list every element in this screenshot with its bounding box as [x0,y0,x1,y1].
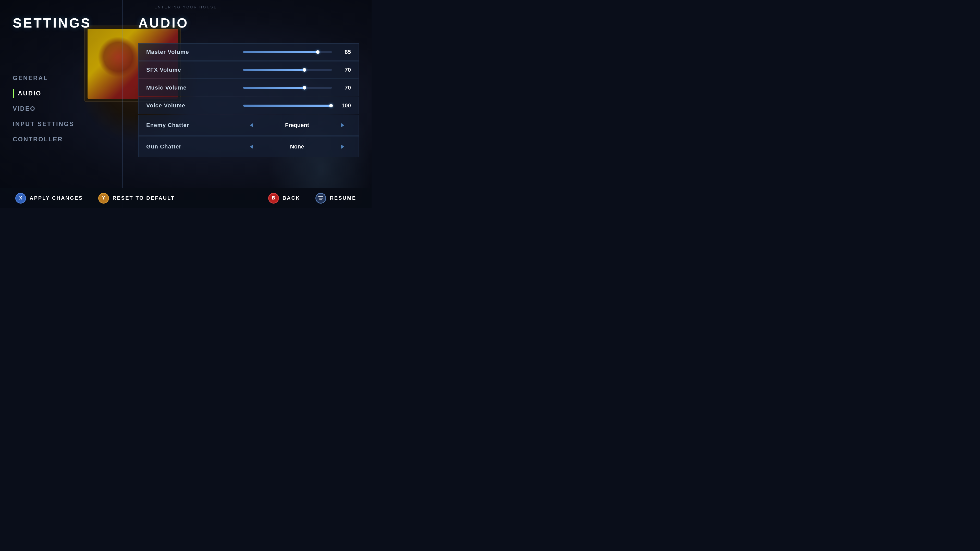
arrow-left-enemy-chatter[interactable] [246,120,257,131]
settings-title: SETTINGS [13,15,110,30]
sidebar: SETTINGS GENERAL AUDIO VIDEO INPUT SETTI… [0,0,123,208]
slider-track-sfx-volume[interactable] [243,69,332,71]
setting-label-master-volume: Master Volume [146,49,243,56]
y-button-icon: Y [98,193,109,203]
arrow-right-gun-chatter[interactable] [337,141,348,152]
setting-row-voice-volume: Voice Volume 100 [138,97,359,114]
nav-menu: GENERAL AUDIO VIDEO INPUT SETTINGS CONTR… [13,71,110,146]
setting-label-gun-chatter: Gun Chatter [146,143,243,150]
menu-line-3 [319,200,322,200]
setting-row-gun-chatter: Gun Chatter None [138,136,359,157]
menu-button-icon [315,193,326,203]
slider-track-music-volume[interactable] [243,87,332,89]
slider-container-voice-volume: 100 [243,102,351,109]
sidebar-item-general[interactable]: GENERAL [13,71,110,85]
slider-container-music-volume: 70 [243,84,351,91]
reset-to-default-label: RESET TO DEFAULT [113,195,175,201]
resume-button[interactable]: RESUME [310,190,361,206]
main-content: AUDIO Master Volume 85 SFX Volume 70 [126,0,372,188]
sidebar-item-input-settings[interactable]: INPUT SETTINGS [13,118,110,130]
toolbar-left: X APPLY CHANGES Y RESET TO DEFAULT [10,190,180,206]
arrow-left-gun-chatter[interactable] [246,141,257,152]
menu-line-1 [318,197,323,197]
x-button-icon: X [15,193,26,203]
sidebar-item-audio[interactable]: AUDIO [13,87,110,100]
b-button-icon: B [268,193,279,203]
sidebar-item-video[interactable]: VIDEO [13,102,110,115]
slider-track-master-volume[interactable] [243,51,332,53]
svg-marker-0 [250,123,253,127]
resume-label: RESUME [330,195,356,201]
slider-value-voice-volume: 100 [337,102,351,109]
selector-value-gun-chatter: None [257,143,337,150]
section-title: AUDIO [138,15,359,30]
setting-label-voice-volume: Voice Volume [146,102,243,109]
slider-value-music-volume: 70 [337,84,351,91]
selector-value-enemy-chatter: Frequent [257,122,337,129]
slider-container-sfx-volume: 70 [243,67,351,73]
svg-marker-3 [341,144,344,149]
back-button[interactable]: B BACK [263,190,305,206]
svg-marker-2 [250,144,253,149]
menu-line-2 [319,198,323,198]
selector-container-gun-chatter: None [243,141,351,152]
reset-to-default-button[interactable]: Y RESET TO DEFAULT [93,190,180,206]
sidebar-item-controller[interactable]: CONTROLLER [13,133,110,146]
slider-fill-master-volume [243,51,318,53]
slider-value-sfx-volume: 70 [337,67,351,73]
svg-marker-1 [341,123,344,127]
slider-track-voice-volume[interactable] [243,105,332,106]
apply-changes-label: APPLY CHANGES [30,195,83,201]
setting-label-enemy-chatter: Enemy Chatter [146,122,243,129]
back-label: BACK [283,195,301,201]
setting-row-enemy-chatter: Enemy Chatter Frequent [138,115,359,136]
setting-label-music-volume: Music Volume [146,84,243,91]
slider-fill-sfx-volume [243,69,305,71]
setting-row-music-volume: Music Volume 70 [138,79,359,97]
setting-label-sfx-volume: SFX Volume [146,67,243,73]
setting-row-sfx-volume: SFX Volume 70 [138,61,359,79]
section-divider [123,0,123,208]
selector-container-enemy-chatter: Frequent [243,120,351,131]
menu-lines-icon [318,197,323,200]
bottom-toolbar: X APPLY CHANGES Y RESET TO DEFAULT B BAC… [0,188,372,208]
settings-list: Master Volume 85 SFX Volume 70 Music Vol… [138,43,359,157]
toolbar-right: B BACK RESUME [263,190,361,206]
slider-value-master-volume: 85 [337,49,351,56]
apply-changes-button[interactable]: X APPLY CHANGES [10,190,88,206]
slider-fill-music-volume [243,87,305,89]
setting-row-master-volume: Master Volume 85 [138,43,359,61]
arrow-right-enemy-chatter[interactable] [337,120,348,131]
slider-fill-voice-volume [243,105,332,106]
slider-container-master-volume: 85 [243,49,351,56]
